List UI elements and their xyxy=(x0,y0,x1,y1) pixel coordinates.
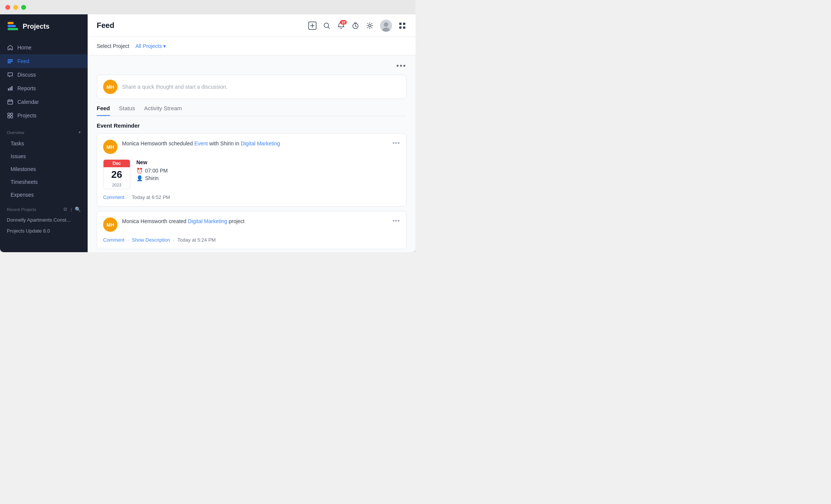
discuss-icon xyxy=(7,71,14,78)
sidebar-item-home[interactable]: Home xyxy=(0,41,88,54)
card1-project-link[interactable]: Digital Marketing xyxy=(241,140,280,146)
user-avatar[interactable] xyxy=(380,20,392,32)
sidebar-item-reports-label: Reports xyxy=(17,85,36,91)
card2-more-options[interactable]: ••• xyxy=(392,217,400,224)
app-body: Projects Home xyxy=(0,14,416,252)
event-month: Dec xyxy=(103,160,130,167)
event-time: 07:00 PM xyxy=(145,168,168,174)
sidebar-item-milestones[interactable]: Milestones xyxy=(0,163,88,176)
filter-icon[interactable]: ⚙ xyxy=(63,207,68,212)
sidebar-item-timesheets[interactable]: Timesheets xyxy=(0,176,88,188)
add-button[interactable] xyxy=(308,22,317,30)
svg-rect-9 xyxy=(8,100,13,104)
svg-rect-7 xyxy=(10,87,11,91)
logo-icon xyxy=(7,20,19,32)
card1-footer: Comment · Today at 6:52 PM xyxy=(103,194,400,200)
sidebar-logo[interactable]: Projects xyxy=(0,14,88,39)
page-title: Feed xyxy=(97,21,114,30)
card1-text-middle: with Shirin in xyxy=(208,140,241,146)
card2-text-prefix: Monica Hemsworth created xyxy=(122,218,188,224)
more-dots-row: ••• xyxy=(97,62,406,70)
card2-user-avatar: MH xyxy=(103,217,117,232)
svg-rect-3 xyxy=(8,59,13,60)
svg-rect-4 xyxy=(8,61,13,62)
card1-text-prefix: Monica Hemsworth scheduled xyxy=(122,140,194,146)
svg-rect-6 xyxy=(8,88,9,91)
card2-comment-link[interactable]: Comment xyxy=(103,237,124,243)
maximize-button[interactable] xyxy=(21,5,26,10)
event-day: 26 xyxy=(103,167,130,182)
minimize-button[interactable] xyxy=(13,5,18,10)
topbar: Feed xyxy=(88,14,416,37)
recent-item-projects-update[interactable]: Projects Update 8.0 xyxy=(0,225,88,236)
overview-chevron-icon[interactable]: ▾ xyxy=(79,130,81,135)
filterbar: Select Project All Projects ▾ xyxy=(88,37,416,55)
search-icon[interactable] xyxy=(323,22,331,30)
filter-label: Select Project xyxy=(97,43,129,49)
sidebar-item-expenses[interactable]: Expenses xyxy=(0,188,88,201)
card2-project-link[interactable]: Digital Marketing xyxy=(188,218,227,224)
reports-icon xyxy=(7,85,14,92)
search-recent-icon[interactable]: 🔍 xyxy=(75,207,81,212)
event-details: New ⏰ 07:00 PM 👤 Shirin xyxy=(136,159,400,183)
recent-item-donnelly[interactable]: Donnelly Apartments Const… xyxy=(0,214,88,225)
tab-status[interactable]: Status xyxy=(119,105,135,116)
svg-point-19 xyxy=(384,22,388,27)
sidebar-section-overview: Overview ▾ xyxy=(0,125,88,137)
svg-point-17 xyxy=(369,25,371,27)
svg-rect-12 xyxy=(8,116,10,118)
settings-icon[interactable] xyxy=(366,22,374,30)
tab-feed[interactable]: Feed xyxy=(97,105,110,116)
sidebar-item-calendar[interactable]: Calendar xyxy=(0,95,88,109)
event-time-row: ⏰ 07:00 PM xyxy=(136,168,400,174)
svg-rect-1 xyxy=(8,25,16,27)
titlebar xyxy=(0,0,416,14)
card2-show-desc-link[interactable]: Show Description xyxy=(132,237,170,243)
card1-comment-link[interactable]: Comment xyxy=(103,194,124,200)
svg-rect-13 xyxy=(11,116,13,118)
feed-card-header-project: MH Monica Hemsworth created Digital Mark… xyxy=(103,217,400,232)
all-projects-filter[interactable]: All Projects ▾ xyxy=(132,42,169,51)
card2-footer: Comment · Show Description · Today at 5:… xyxy=(103,237,400,243)
sidebar-item-tasks[interactable]: Tasks xyxy=(0,137,88,150)
traffic-lights xyxy=(5,5,26,10)
svg-rect-23 xyxy=(399,26,402,29)
app-window: Projects Home xyxy=(0,0,416,252)
feed-more-options[interactable]: ••• xyxy=(396,62,406,70)
sidebar-item-reports[interactable]: Reports xyxy=(0,82,88,95)
event-detail: Dec 26 2023 New ⏰ 07:00 PM 👤 xyxy=(103,159,400,189)
sidebar-item-issues[interactable]: Issues xyxy=(0,150,88,163)
timer-icon[interactable] xyxy=(351,22,360,30)
svg-rect-24 xyxy=(403,26,405,29)
card1-user-avatar: MH xyxy=(103,140,117,154)
sidebar-item-discuss[interactable]: Discuss xyxy=(0,68,88,82)
recent-section-actions: ⚙ | 🔍 xyxy=(63,207,81,212)
sidebar-item-home-label: Home xyxy=(17,45,31,51)
card1-timestamp: Today at 6:52 PM xyxy=(132,194,170,200)
main-content: Feed xyxy=(88,14,416,252)
feed-area: ••• MH Share a quick thought and start a… xyxy=(88,55,416,252)
topbar-actions: 10 xyxy=(308,20,406,32)
grid-icon[interactable] xyxy=(398,22,406,30)
svg-rect-21 xyxy=(399,23,402,25)
sidebar-item-projects[interactable]: Projects xyxy=(0,109,88,122)
tab-activity-stream[interactable]: Activity Stream xyxy=(144,105,182,116)
event-status: New xyxy=(136,159,400,165)
card2-text: Monica Hemsworth created Digital Marketi… xyxy=(122,217,244,225)
card2-timestamp: Today at 5:24 PM xyxy=(178,237,216,243)
quick-post-bar[interactable]: MH Share a quick thought and start a dis… xyxy=(97,75,406,99)
sidebar-navigation: Home Feed xyxy=(0,39,88,125)
clock-icon: ⏰ xyxy=(136,168,143,174)
event-person-row: 👤 Shirin xyxy=(136,175,400,181)
projects-icon xyxy=(7,112,14,119)
notifications-icon[interactable]: 10 xyxy=(337,22,345,30)
current-user-avatar: MH xyxy=(103,80,117,94)
card1-more-options[interactable]: ••• xyxy=(392,140,400,146)
sidebar-item-feed[interactable]: Feed xyxy=(0,54,88,68)
card1-event-link[interactable]: Event xyxy=(194,140,208,146)
home-icon xyxy=(7,44,14,51)
close-button[interactable] xyxy=(5,5,10,10)
feed-tabs: Feed Status Activity Stream xyxy=(97,105,406,116)
quick-post-input[interactable]: Share a quick thought and start a discus… xyxy=(122,84,400,90)
card2-text-suffix: project xyxy=(227,218,245,224)
